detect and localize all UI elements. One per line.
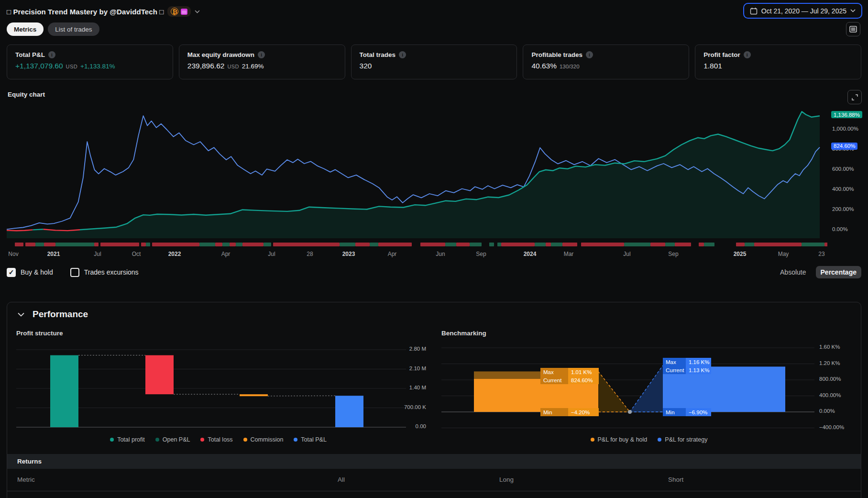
buy-hold-label: Buy & hold [21,268,53,276]
info-icon[interactable]: i [586,51,593,58]
tab-list-of-trades[interactable]: List of trades [48,22,99,36]
info-icon[interactable]: i [258,51,265,58]
strategy-current-value: 1.13 K% [686,366,711,374]
checkbox-unchecked-icon [70,268,79,277]
trade-marker [562,243,577,246]
checkbox-checked-icon: ✓ [7,268,16,277]
trade-marker [802,243,824,246]
currency-label: USD [227,64,239,69]
interval-icon [181,9,187,15]
strip-gap [7,243,15,246]
legend-dot [591,438,594,442]
info-icon[interactable]: i [48,51,55,58]
card-profitable-trades: Profitable trades i 40.63% 130/320 [523,44,689,79]
equity-chart[interactable] [7,97,827,241]
trade-marker [445,243,456,246]
profit-structure-chart[interactable] [16,345,406,433]
last-value-badge: 1,136.88% [831,111,862,118]
trade-marker [273,243,340,246]
strategy-max-current-box: Max 1.16 K% Current 1.13 K% [663,358,711,374]
x-tick-label: Sep [476,251,486,257]
x-tick-label: 2025 [734,251,747,257]
x-tick-label: 2023 [342,251,355,257]
legend-dot [294,438,297,442]
x-tick-label: 28 [307,251,313,257]
y-tick-label: 0.00 [416,423,426,429]
x-tick-label: 2022 [168,251,181,257]
y-tick-label: 400.00% [832,186,854,192]
strategy-min-box: Min −6.90% [663,408,711,416]
trade-marker [378,243,412,246]
trade-marker [754,243,802,246]
benchmarking-y-axis: 1.60 K%1.20 K%800.00%400.00%0.00%−400.00… [819,343,857,434]
tab-metrics[interactable]: Metrics [7,22,44,36]
y-tick-label: 400.00% [819,392,841,398]
profit-structure-y-axis: 2.80 M2.10 M1.40 M700.00 K0.00 [393,345,426,433]
legend-item[interactable]: Commission [243,436,284,443]
chevron-down-icon[interactable] [195,10,200,13]
performance-header[interactable]: Performance [18,309,88,320]
y-tick-label: 700.00 K [404,404,426,410]
trade-marker [355,243,370,246]
legend-label: P&L for strategy [665,436,707,443]
legend-item[interactable]: Total profit [110,436,145,443]
y-tick-label: 0.00% [832,226,848,232]
card-total-pnl: Total P&L i +1,137,079.60 USD +1,133.81% [7,44,173,79]
current-label: Current [540,376,568,384]
trade-marker [824,243,827,246]
trade-marker [264,243,271,246]
trade-marker [745,243,754,246]
date-range-button[interactable]: Oct 21, 2020 — Jul 29, 2025 [743,3,862,19]
trade-marker [704,243,714,246]
legend-item[interactable]: P&L for strategy [658,436,707,443]
x-tick-label: Apr [221,251,231,257]
currency-label: USD [66,64,77,69]
legend-dot [243,438,247,442]
percentage-button[interactable]: Percentage [816,266,861,278]
strip-gap [412,243,420,246]
equity-y-axis: 1,000.00%800.00%600.00%400.00%200.00%0.0… [831,97,868,241]
absolute-button[interactable]: Absolute [775,266,811,278]
info-icon[interactable]: i [744,51,751,58]
calendar-icon [750,7,758,15]
legend-item[interactable]: Total P&L [294,436,327,443]
legend-label: Commission [251,436,284,443]
y-tick-label: 1,000.00% [832,126,858,132]
trade-marker [420,243,445,246]
legend-item[interactable]: Total loss [200,436,232,443]
chevron-down-icon [18,312,24,317]
profit-structure-legend: Total profitOpen P&LTotal lossCommission… [16,436,420,443]
legend-item[interactable]: Open P&L [155,436,190,443]
legend-dot [155,438,159,442]
trade-marker [665,243,675,246]
x-tick-label: 23 [818,251,824,257]
symbol-badge[interactable]: ₿ [167,6,191,17]
info-icon[interactable]: i [399,51,406,58]
trades-excursions-checkbox[interactable]: Trades excursions [70,268,139,277]
y-tick-label: −400.00% [819,424,844,430]
strip-gap [714,243,736,246]
x-tick-label: Nov [8,251,18,257]
x-tick-label: 2024 [524,251,537,257]
min-label: Min [663,408,686,416]
column-long: Long [499,476,514,483]
column-metric: Metric [17,476,35,483]
report-layout-button[interactable] [846,22,860,36]
trade-marker [581,243,624,246]
card-label: Profitable trades [531,51,582,58]
trade-marker [340,243,355,246]
benchmarking-chart[interactable]: Max 1.01 K% Current 824.60% Min −4.20% M… [441,343,857,434]
card-profit-factor: Profit factor i 1.801 [695,44,861,79]
benchmarking-legend: P&L for buy & holdP&L for strategy [441,436,857,443]
trade-marker [236,243,242,246]
strip-gap [482,243,489,246]
legend-item[interactable]: P&L for buy & hold [591,436,648,443]
legend-label: Open P&L [163,436,190,443]
y-tick-label: 1.60 K% [819,344,840,350]
trade-marker [55,243,94,246]
buy-hold-checkbox[interactable]: ✓ Buy & hold [7,268,53,277]
card-total-trades: Total trades i 320 [351,44,517,79]
strategy-max-value: 1.16 K% [686,358,711,366]
y-tick-label: 1.40 M [409,385,426,390]
trade-marker [215,243,222,246]
